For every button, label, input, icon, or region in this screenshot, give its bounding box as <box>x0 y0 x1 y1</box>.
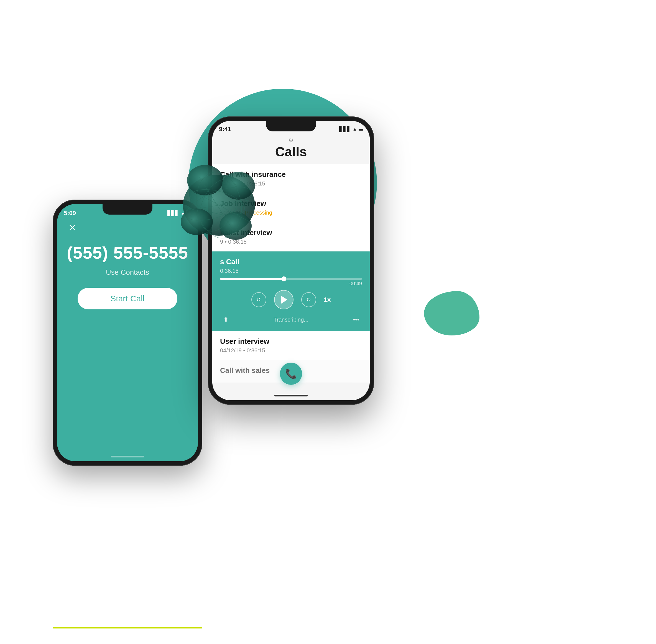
yellow-underline-decoration <box>53 627 202 628</box>
home-indicator-right <box>274 395 308 396</box>
phone-number-display: (555) 555-5555 <box>67 243 188 262</box>
share-icon: ⬆ <box>224 316 228 323</box>
phone-right: 9:41 ▋▋▋ ▲ ▬ ⚙ Calls <box>208 116 374 405</box>
close-button[interactable]: ✕ <box>65 221 79 234</box>
speed-button[interactable]: 1x <box>324 296 331 303</box>
close-icon: ✕ <box>68 222 76 233</box>
more-icon: ••• <box>353 316 359 323</box>
battery-right-icon: ▬ <box>359 127 363 132</box>
audio-player: 00:49 ↺ 15 <box>220 278 362 325</box>
signal-bars-icon: ▋▋▋ <box>339 126 351 132</box>
svg-point-3 <box>181 208 213 235</box>
play-icon <box>281 296 287 303</box>
player-footer: ⬆ Transcribing... ••• <box>220 314 362 325</box>
forward-button[interactable]: ↻ 15 <box>301 292 316 307</box>
forward-label: 15 <box>307 299 310 302</box>
more-options-button[interactable]: ••• <box>350 314 362 325</box>
progress-fill <box>220 278 284 280</box>
player-controls: ↺ 15 ↻ 15 <box>220 290 362 309</box>
blob-3d-decoration <box>172 161 266 250</box>
phone-right-notch <box>266 121 316 132</box>
transcribing-badge: Transcribing... <box>234 317 348 323</box>
fab-container: 📞 <box>280 363 302 385</box>
home-indicator-left <box>111 456 144 457</box>
phone-right-time: 9:41 <box>219 125 231 133</box>
phone-left-time: 5:09 <box>64 210 76 217</box>
call-item-sales-name: s Call <box>220 257 362 266</box>
share-button[interactable]: ⬆ <box>220 314 232 325</box>
phone-left-notch <box>102 204 153 214</box>
start-call-button[interactable]: Start Call <box>77 288 178 309</box>
gear-button[interactable]: ⚙ <box>288 137 294 144</box>
call-item-user-interview-name: User interview <box>220 337 362 346</box>
phone-right-frame: 9:41 ▋▋▋ ▲ ▬ ⚙ Calls <box>208 116 374 405</box>
blob-small-decoration <box>424 291 479 336</box>
phone-right-status-icons: ▋▋▋ ▲ ▬ <box>339 126 363 132</box>
progress-time: 00:49 <box>220 281 362 286</box>
calls-title: Calls <box>275 144 307 159</box>
call-item-sales[interactable]: s Call 0:36:15 00:49 <box>212 251 370 331</box>
transcribing-text: Transcribing... <box>274 317 308 323</box>
play-button[interactable] <box>274 290 294 309</box>
use-contacts-link[interactable]: Use Contacts <box>106 268 149 277</box>
call-item-sales-meta: 0:36:15 <box>220 268 362 274</box>
progress-handle[interactable] <box>281 276 286 281</box>
wifi-right-icon: ▲ <box>353 127 357 132</box>
new-call-fab[interactable]: 📞 <box>280 363 302 385</box>
calls-header: ⚙ Calls <box>212 134 370 164</box>
phone-fab-icon: 📞 <box>285 368 297 379</box>
call-item-user-interview[interactable]: User interview 04/12/19 • 0:36:15 <box>212 331 370 360</box>
rewind-button[interactable]: ↺ 15 <box>251 292 266 307</box>
rewind-label: 15 <box>257 299 260 302</box>
call-item-user-interview-meta: 04/12/19 • 0:36:15 <box>220 347 362 354</box>
time-display: 00:49 <box>350 281 362 286</box>
progress-bar[interactable] <box>220 278 362 280</box>
